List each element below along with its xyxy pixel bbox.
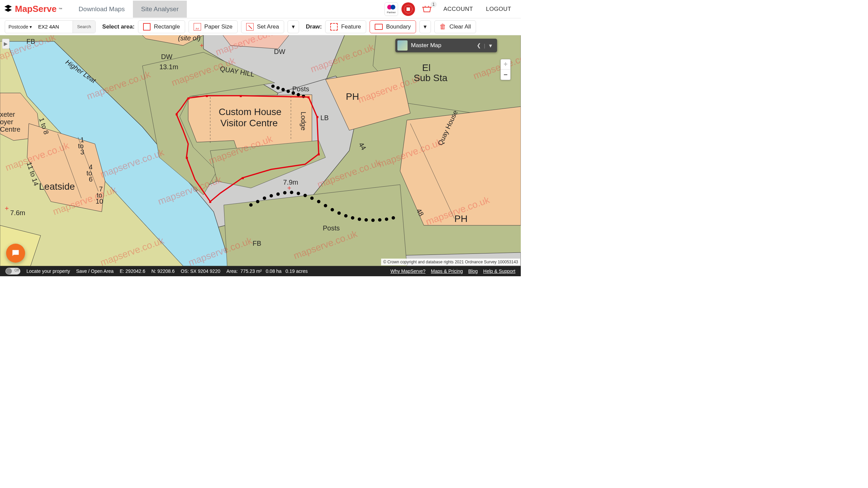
account-link[interactable]: ACCOUNT (439, 6, 478, 13)
set-area-button[interactable]: Set Area (241, 20, 284, 33)
map-attribution: © Crown copyright and database rights 20… (381, 259, 520, 265)
svg-text:FB: FB (26, 38, 35, 45)
rectangle-icon (143, 23, 151, 31)
svg-point-35 (249, 203, 253, 207)
boundary-icon (375, 24, 383, 30)
svg-text:(site of): (site of) (178, 35, 201, 42)
svg-point-28 (271, 85, 275, 88)
svg-text:Sub Sta: Sub Sta (414, 73, 448, 83)
save-open-area[interactable]: Save / Open Area (76, 268, 114, 274)
rectangle-button[interactable]: Rectangle (138, 20, 185, 33)
paper-icon: A4 (194, 23, 201, 31)
tab-download-maps[interactable]: Download Maps (71, 1, 133, 18)
svg-rect-65 (240, 95, 242, 97)
svg-text:Custom House: Custom House (219, 107, 281, 117)
caret-down-icon: ▾ (29, 24, 32, 30)
svg-text:Visitor Centre: Visitor Centre (220, 118, 278, 128)
svg-rect-70 (209, 201, 211, 203)
logo-tm: ™ (59, 7, 62, 11)
layer-thumb-icon (397, 40, 408, 51)
chevron-down-icon[interactable]: ▼ (488, 43, 493, 49)
expand-panel-button[interactable]: ▶ (2, 39, 9, 49)
svg-text:oyer: oyer (0, 118, 13, 126)
draw-label: Draw: (306, 23, 322, 30)
select-area-label: Select area: (102, 23, 135, 30)
svg-point-30 (281, 88, 285, 91)
svg-text:Lodge: Lodge (300, 112, 307, 131)
link-pricing[interactable]: Maps & Pricing (431, 268, 463, 274)
footer-links: Why MapServe? Maps & Pricing Blog Help &… (390, 268, 515, 274)
feature-button[interactable]: Feature (325, 20, 366, 33)
svg-point-1 (391, 5, 395, 10)
svg-text:FB: FB (253, 240, 261, 247)
svg-rect-66 (308, 96, 310, 98)
link-blog[interactable]: Blog (468, 268, 478, 274)
svg-point-54 (378, 218, 381, 222)
svg-point-56 (392, 216, 395, 220)
svg-text:DW: DW (274, 48, 285, 55)
coord-northing: N: 92208.6 (151, 268, 175, 274)
status-bar: Off Locate your property Save / Open Are… (0, 266, 521, 276)
basket-button[interactable]: 1 (422, 4, 432, 14)
svg-point-36 (256, 200, 259, 203)
svg-rect-67 (316, 116, 318, 118)
locate-label[interactable]: Locate your property (26, 268, 70, 274)
zoom-control: + − (500, 59, 511, 80)
select-area-more[interactable]: ▼ (288, 20, 299, 33)
svg-text:Partner: Partner (387, 11, 396, 14)
play-icon: ▶ (4, 41, 8, 47)
svg-point-39 (276, 192, 280, 196)
svg-point-44 (310, 196, 314, 200)
svg-text:Posts: Posts (292, 85, 309, 93)
svg-text:xeter: xeter (0, 111, 15, 118)
svg-point-51 (358, 218, 361, 221)
svg-text:3: 3 (80, 148, 84, 156)
header-tabs: Download Maps Site Analyser (71, 1, 187, 18)
svg-point-48 (337, 211, 341, 215)
svg-text:Leatside: Leatside (39, 181, 75, 192)
logo[interactable]: MapServe™ (3, 4, 62, 14)
svg-point-40 (283, 191, 287, 194)
svg-point-55 (385, 218, 388, 221)
svg-point-47 (331, 208, 334, 211)
boundary-button[interactable]: Boundary (370, 20, 416, 33)
chevron-down-icon: ▼ (422, 24, 428, 30)
svg-text:7.9m: 7.9m (283, 179, 298, 186)
zoom-in-button[interactable]: + (501, 59, 510, 70)
search-type-dropdown[interactable]: Postcode ▾ (5, 24, 35, 30)
link-why[interactable]: Why MapServe? (390, 268, 425, 274)
feature-icon (330, 23, 338, 31)
logout-link[interactable]: LOGOUT (481, 6, 516, 13)
svg-rect-63 (188, 97, 190, 99)
chat-launcher[interactable] (6, 244, 25, 263)
search-group: Postcode ▾ Search (5, 20, 96, 33)
tab-site-analyser[interactable]: Site Analyser (133, 1, 187, 18)
svg-text:6: 6 (89, 175, 93, 183)
layers-icon (3, 4, 13, 14)
search-button[interactable]: Search (73, 21, 95, 33)
paper-size-button[interactable]: A4 Paper Size (189, 20, 238, 33)
svg-text:7.6m: 7.6m (10, 209, 25, 217)
clear-all-button[interactable]: 🗑 Clear All (434, 20, 476, 33)
draw-more[interactable]: ▼ (419, 20, 431, 33)
zoom-out-button[interactable]: − (501, 70, 510, 80)
link-help[interactable]: Help & Support (483, 268, 515, 274)
area-readout: Area: 775.23 m² 0.08 ha 0.19 acres (226, 268, 308, 274)
os-grid-ref: OS: SX 9204 9220 (181, 268, 220, 274)
svg-point-45 (317, 200, 320, 203)
svg-point-50 (351, 216, 354, 220)
svg-point-43 (303, 194, 307, 197)
riba-badge (401, 2, 415, 16)
svg-point-38 (270, 194, 273, 198)
layer-switcher[interactable]: Master Map ❮ | ▼ (395, 39, 497, 52)
svg-text:DW: DW (161, 53, 172, 60)
toolbar: Postcode ▾ Search Select area: Rectangle… (0, 18, 521, 35)
search-input[interactable] (35, 24, 73, 30)
svg-point-41 (290, 191, 293, 194)
svg-rect-71 (186, 157, 188, 159)
svg-rect-64 (206, 95, 208, 97)
svg-rect-72 (176, 113, 178, 115)
chevron-left-icon[interactable]: ❮ (477, 42, 481, 49)
locate-toggle[interactable]: Off (5, 268, 20, 275)
map-canvas[interactable]: mapserve.co.uk mapserve.co.uk mapserve.c… (0, 35, 521, 266)
